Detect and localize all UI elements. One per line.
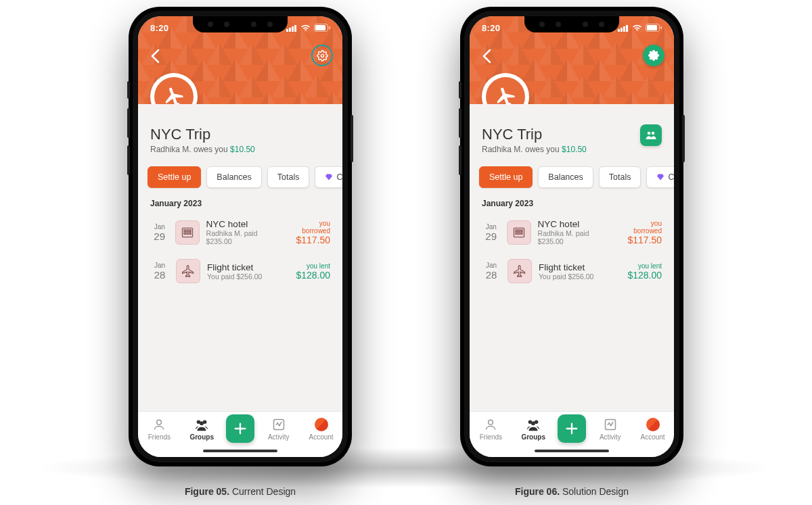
expense-list: January 2023 Jan 29 NYC hotel Radhika M.… [470,196,674,411]
settle-up-button[interactable]: Settle up [148,166,201,188]
svg-rect-33 [521,229,522,231]
svg-rect-31 [516,229,518,231]
action-chip-row: Settle up Balances Totals Chart [470,160,674,196]
group-title: NYC Trip [482,126,662,143]
svg-point-37 [489,420,493,425]
expense-title: NYC hotel [538,219,615,229]
settings-button[interactable] [643,45,664,66]
status-icons [286,24,330,32]
svg-rect-13 [187,233,189,235]
settle-up-button[interactable]: Settle up [479,166,533,188]
expense-title: Flight ticket [207,262,289,272]
expense-amount: $117.50 [290,235,330,245]
svg-rect-10 [187,229,189,231]
home-indicator [203,450,277,452]
expense-title: Flight ticket [539,262,621,272]
svg-rect-34 [516,233,518,235]
expense-status-label: you borrowed [290,220,330,235]
svg-rect-2 [292,26,294,32]
svg-rect-36 [521,233,522,235]
person-icon [484,418,497,431]
airplane-outline-icon [513,264,526,278]
gear-icon [648,50,659,61]
totals-button[interactable]: Totals [267,166,310,188]
svg-rect-11 [189,229,191,231]
svg-point-28 [648,132,651,135]
svg-rect-0 [286,29,288,32]
nav-account[interactable]: Account [635,417,671,441]
signal-icon [618,24,629,32]
home-indicator [535,450,609,452]
nav-groups[interactable]: Groups [183,417,220,441]
nav-activity[interactable]: Activity [261,417,297,441]
svg-rect-20 [618,29,620,32]
nav-friends[interactable]: Friends [141,417,177,441]
expense-date: Jan 28 [150,262,169,281]
svg-point-18 [200,421,204,425]
action-chip-row: Settle up Balances Totals Chart [138,160,342,196]
plus-icon [564,421,579,436]
person-icon [152,418,166,431]
activity-icon [604,418,617,431]
add-expense-button[interactable] [558,414,586,443]
group-members-button[interactable] [640,124,662,146]
expense-category-icon [175,220,199,245]
figure-caption-06: Figure 06. Solution Design [460,486,683,497]
expense-list: January 2023 Jan 29 NYC hotel Radhika M.… [138,196,342,411]
expense-subtitle: Radhika M. paid $235.00 [206,229,284,245]
activity-icon [272,418,286,431]
phone-frame-current: 8:20 [129,7,352,466]
account-avatar-icon [646,418,660,431]
expense-row[interactable]: Jan 29 NYC hotel Radhika M. paid $235.00… [479,215,664,255]
svg-point-7 [321,54,323,57]
charts-button[interactable]: Chart [646,166,674,188]
svg-rect-32 [518,229,520,231]
expense-date: Jan 28 [482,262,501,281]
building-icon [512,226,526,239]
settings-button[interactable] [311,45,333,66]
section-header: January 2023 [479,196,664,215]
expense-amount: $117.50 [622,235,662,245]
battery-icon [314,24,330,32]
svg-rect-14 [189,233,191,235]
group-title: NYC Trip [150,126,330,143]
svg-rect-12 [184,233,186,235]
expense-category-icon [507,220,531,245]
plus-icon [233,421,248,436]
svg-rect-22 [623,26,625,32]
svg-point-15 [157,420,162,425]
nav-groups[interactable]: Groups [515,417,551,441]
balances-button[interactable]: Balances [538,166,593,188]
nav-account[interactable]: Account [303,417,340,441]
balances-button[interactable]: Balances [206,166,261,188]
people-icon [526,418,541,431]
expense-subtitle: You paid $256.00 [539,272,621,281]
nav-friends[interactable]: Friends [472,417,509,441]
section-header: January 2023 [148,196,333,215]
back-button[interactable] [145,46,165,66]
building-icon [181,226,194,239]
expense-amount: $128.00 [296,270,330,281]
totals-button[interactable]: Totals [599,166,641,188]
status-time: 8:20 [150,23,168,33]
battery-icon [646,24,662,32]
svg-rect-6 [329,26,330,29]
expense-subtitle: You paid $256.00 [207,272,289,281]
svg-point-40 [531,421,535,425]
charts-button[interactable]: Chart [315,166,342,188]
nav-activity[interactable]: Activity [592,417,629,441]
group-title-block: NYC Trip Radhika M. owes you $10.50 [138,104,342,160]
expense-status-label: you lent [296,262,330,270]
expense-row[interactable]: Jan 29 NYC hotel Radhika M. paid $235.00… [148,215,333,255]
svg-rect-26 [660,26,662,29]
expense-status-label: you lent [627,262,662,270]
expense-row[interactable]: Jan 28 Flight ticket You paid $256.00 yo… [479,255,664,293]
expense-subtitle: Radhika M. paid $235.00 [538,229,615,245]
back-button[interactable] [476,46,497,66]
add-expense-button[interactable] [226,414,254,443]
gear-icon [317,50,328,62]
people-icon [194,418,209,431]
svg-point-29 [652,132,655,135]
expense-amount: $128.00 [627,270,662,281]
expense-row[interactable]: Jan 28 Flight ticket You paid $256.00 yo… [148,255,333,293]
